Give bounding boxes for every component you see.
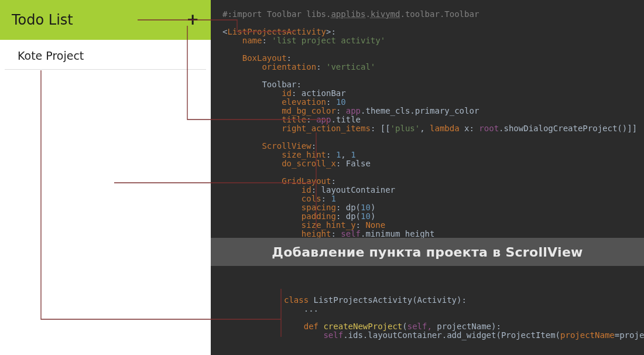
app-toolbar: Todo List + xyxy=(0,0,211,40)
app-preview-pane: Todo List + Kote Project xyxy=(0,0,211,355)
python-code-block: class ListProjectsActivity(Activity): ..… xyxy=(284,287,644,349)
code-pane: #:import Toolbar libs.applibs.kivymd.too… xyxy=(211,0,644,355)
project-list-item[interactable]: Kote Project xyxy=(5,40,206,70)
section-heading-banner: Добавление пункта проекта в ScrollView xyxy=(211,238,644,266)
plus-icon[interactable]: + xyxy=(186,12,199,28)
kv-code-block: #:import Toolbar libs.applibs.kivymd.too… xyxy=(222,1,637,247)
app-title: Todo List xyxy=(12,12,73,28)
banner-text: Добавление пункта проекта в ScrollView xyxy=(272,245,583,260)
